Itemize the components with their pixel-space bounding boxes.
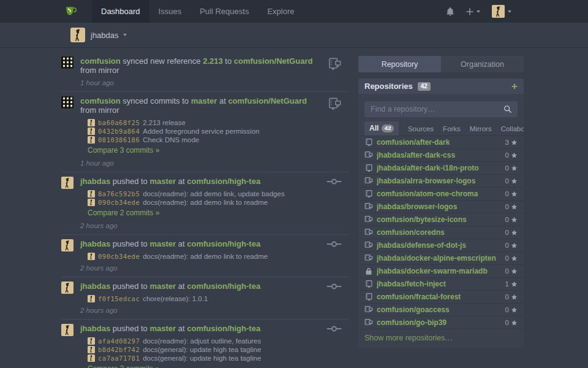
compare-commits-link[interactable]: Compare 3 commits » — [88, 364, 159, 368]
repo-link[interactable]: comfusion/fractal-forest — [377, 293, 461, 301]
actor-avatar[interactable] — [61, 177, 74, 189]
repo-type-icon-slot — [364, 267, 373, 275]
actor-avatar[interactable] — [61, 96, 74, 109]
create-repo-button[interactable]: + — [511, 81, 518, 91]
repo-list-item[interactable]: comfusion/coredns 0 — [358, 226, 524, 239]
ref-link[interactable]: master — [191, 96, 217, 105]
repo-link[interactable]: comfusion/coredns — [377, 228, 445, 237]
ref-link[interactable]: master — [149, 177, 176, 186]
repo-list-item[interactable]: jhabdas/browser-logos 0 — [358, 201, 524, 213]
sidebar-tab-label: Repository — [382, 60, 418, 69]
sidebar-tab[interactable]: Organization — [441, 56, 524, 72]
mirror-sync-icon — [328, 97, 342, 112]
commit-message: 2.213 release — [143, 119, 186, 126]
repo-fork-icon — [364, 254, 373, 263]
actor-link[interactable]: jhabdas — [80, 324, 110, 333]
star-icon — [511, 191, 518, 197]
repo-link[interactable]: jhabdas/after-dark-i18n-proto — [377, 164, 479, 172]
commit-line: ba60a68f25 2.213 release — [88, 118, 349, 126]
repo-link[interactable]: comfusion/high-tea — [187, 177, 260, 186]
user-menu-dropdown[interactable] — [489, 5, 514, 18]
actor-avatar[interactable] — [61, 282, 74, 294]
commit-sha-link[interactable]: ca7aa71781 — [98, 355, 140, 362]
commit-sha-link[interactable]: 090cb34ede — [98, 253, 140, 260]
repo-list-item[interactable]: jhabdas/after-dark-i18n-proto 0 — [358, 162, 524, 175]
sidebar-tab[interactable]: Repository — [358, 56, 441, 72]
repo-filter-tab[interactable]: All 42 — [364, 121, 399, 136]
repo-link[interactable]: comfusion/high-tea — [187, 239, 260, 248]
repo-list-item[interactable]: jhabdas/alrra-browser-logos 0 — [358, 175, 524, 188]
gitea-logo-icon[interactable] — [64, 5, 78, 18]
chevron-down-icon[interactable] — [123, 34, 127, 36]
actor-link[interactable]: comfusion — [80, 56, 121, 66]
repo-link[interactable]: comfusion/high-tea — [187, 324, 260, 333]
repo-link[interactable]: jhabdas/docker-swarm-mariadb — [377, 267, 488, 275]
search-icon[interactable] — [503, 105, 512, 116]
actor-avatar[interactable] — [61, 56, 74, 69]
commit-sha-link[interactable]: f0f15edcac — [98, 295, 140, 302]
repo-list-item[interactable]: jhabdas/after-dark-css 0 — [358, 149, 524, 162]
actor-link[interactable]: comfusion — [80, 96, 121, 105]
repo-list-item[interactable]: comfusion/after-dark 3 — [358, 136, 524, 149]
context-user-avatar[interactable] — [70, 28, 85, 42]
repo-link[interactable]: comfusion/atom-one-chroma — [377, 190, 478, 198]
navbar-item[interactable]: Pull Requests — [190, 0, 258, 23]
repo-list-item[interactable]: jhabdas/docker-alpine-emscripten 0 — [358, 252, 524, 265]
repo-list-item[interactable]: comfusion/bytesize-icons 0 — [358, 213, 524, 226]
repo-link[interactable]: comfusion/NetGuard — [228, 96, 307, 105]
repo-list-item[interactable]: jhabdas/fetch-inject 1 — [358, 278, 524, 291]
repo-list-item[interactable]: comfusion/go-bip39 0 — [358, 316, 524, 329]
commit-sha-link[interactable]: b8d42bf742 — [98, 346, 140, 353]
commit-sha-link[interactable]: 8a76c592b5 — [98, 190, 140, 197]
activity-feed: comfusion synced new reference 2.213 to … — [61, 48, 349, 368]
repo-filter-tab[interactable]: Forks — [443, 123, 461, 136]
commit-sha-link[interactable]: 0432b9a864 — [98, 128, 140, 135]
repo-list-item[interactable]: jhabdas/defense-of-dot-js 0 — [358, 239, 524, 252]
star-count-value: 0 — [505, 177, 509, 185]
commit-sha-link[interactable]: afa4d08297 — [98, 337, 140, 345]
compare-commits-link[interactable]: Compare 3 commits » — [88, 146, 159, 155]
repo-list-item[interactable]: comfusion/fractal-forest 0 — [358, 291, 524, 304]
ref-link[interactable]: 2.213 — [203, 56, 223, 66]
repo-search-input[interactable] — [364, 101, 518, 117]
actor-link[interactable]: jhabdas — [80, 239, 110, 248]
create-new-dropdown[interactable] — [463, 8, 483, 15]
notifications-button[interactable] — [443, 7, 458, 16]
context-username[interactable]: jhabdas — [91, 31, 119, 40]
compare-commits-link[interactable]: Compare 2 commits » — [88, 209, 159, 217]
repo-filter-tab[interactable]: Sources — [408, 123, 434, 136]
repo-link[interactable]: jhabdas/after-dark-css — [377, 151, 455, 159]
repo-link[interactable]: jhabdas/defense-of-dot-js — [377, 241, 466, 250]
repo-link[interactable]: comfusion/high-tea — [187, 282, 260, 291]
ref-link[interactable]: master — [149, 324, 176, 333]
repo-filter-tab[interactable]: Mirrors — [470, 123, 492, 136]
commit-sha-link[interactable]: 090cb34ede — [98, 199, 140, 206]
repo-link[interactable]: comfusion/go-bip39 — [377, 318, 447, 327]
navbar-item[interactable]: Issues — [149, 0, 191, 23]
repo-link[interactable]: comfusion/bytesize-icons — [377, 215, 467, 224]
repo-list-item[interactable]: jhabdas/docker-swarm-mariadb 0 — [358, 265, 524, 278]
ref-link[interactable]: master — [149, 239, 176, 248]
repo-link[interactable]: comfusion/goaccess — [377, 305, 450, 314]
actor-link[interactable]: jhabdas — [80, 282, 110, 291]
repo-link[interactable]: jhabdas/docker-alpine-emscripten — [377, 254, 496, 263]
git-commit-icon — [326, 177, 342, 186]
navbar-item[interactable]: Dashboard — [92, 0, 149, 23]
repo-link[interactable]: comfusion/NetGuard — [234, 56, 313, 66]
repo-link[interactable]: jhabdas/browser-logos — [377, 202, 457, 211]
actor-avatar[interactable] — [61, 324, 74, 336]
repo-filter-tab[interactable]: Collaborative — [501, 123, 524, 136]
feed-suffix-text: from mirror — [80, 66, 119, 75]
repo-link[interactable]: jhabdas/fetch-inject — [377, 280, 446, 288]
repo-list-item[interactable]: comfusion/goaccess 0 — [358, 304, 524, 316]
repo-list-item[interactable]: comfusion/atom-one-chroma 0 — [358, 188, 524, 201]
commit-sha-link[interactable]: ba60a68f25 — [98, 119, 140, 126]
repo-link[interactable]: comfusion/after-dark — [377, 138, 450, 147]
commit-sha-link[interactable]: 0810386186 — [98, 136, 140, 144]
show-more-repos-link[interactable]: Show more repositories… — [358, 329, 524, 348]
navbar-item[interactable]: Explore — [258, 0, 303, 23]
actor-link[interactable]: jhabdas — [80, 177, 110, 186]
actor-avatar[interactable] — [61, 239, 74, 251]
repo-link[interactable]: jhabdas/alrra-browser-logos — [377, 177, 475, 185]
ref-link[interactable]: master — [149, 282, 176, 291]
